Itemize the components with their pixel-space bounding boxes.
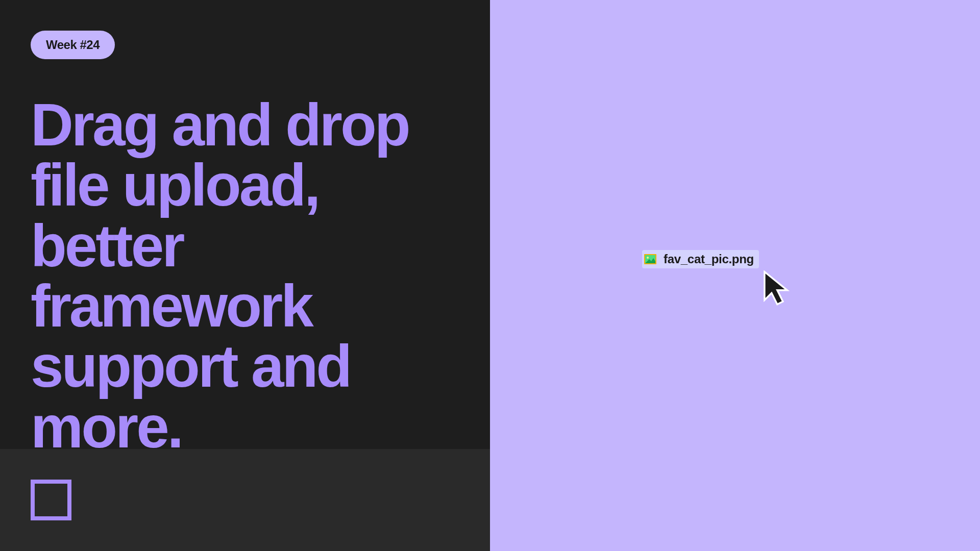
dragged-file-chip[interactable]: fav_cat_pic.png — [642, 250, 759, 268]
week-badge: Week #24 — [31, 31, 115, 59]
svg-point-2 — [647, 257, 649, 259]
week-badge-label: Week #24 — [46, 38, 100, 52]
logo-square-icon — [31, 480, 71, 520]
dragged-file-name: fav_cat_pic.png — [664, 252, 754, 266]
image-file-icon — [644, 253, 656, 265]
headline-text: Drag and drop file upload, better framew… — [31, 95, 449, 457]
left-content-panel: Week #24 Drag and drop file upload, bett… — [0, 0, 490, 551]
footer-bar — [0, 449, 490, 551]
drop-zone-panel[interactable]: fav_cat_pic.png — [490, 0, 980, 551]
cursor-icon — [762, 270, 790, 307]
